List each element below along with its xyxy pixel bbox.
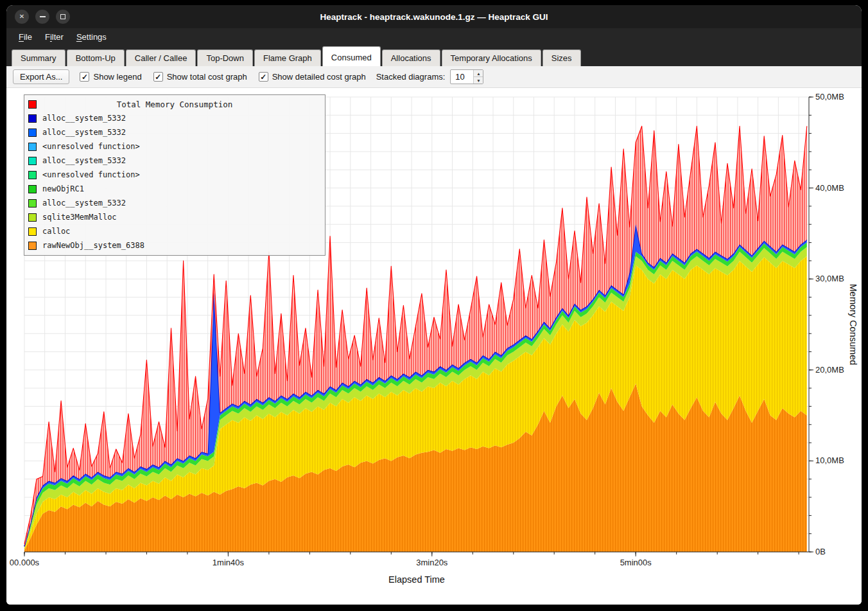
tab-temporary-allocations[interactable]: Temporary Allocations (442, 49, 541, 66)
app-window: ✕ Heaptrack - heaptrack.wakunode.1.gz — … (6, 5, 862, 605)
tab-sizes[interactable]: Sizes (542, 49, 581, 66)
checkbox-label: Show detailed cost graph (272, 72, 366, 82)
svg-text:50,0MB: 50,0MB (815, 92, 844, 102)
legend-item-label: <unresolved function> (42, 170, 140, 179)
legend-item-label: calloc (42, 227, 70, 236)
legend-swatch (28, 227, 37, 236)
toolbar: Export As... ✓Show legend✓Show total cos… (6, 66, 862, 88)
legend-item-label: alloc__system_5332 (42, 128, 126, 137)
svg-text:1min40s: 1min40s (213, 558, 245, 567)
maximize-button[interactable] (56, 10, 70, 24)
legend-item: alloc__system_5332 (24, 154, 325, 168)
legend-item: calloc (24, 224, 325, 238)
svg-text:30,0MB: 30,0MB (815, 274, 844, 283)
legend-item-label: alloc__system_5332 (42, 156, 126, 165)
legend-swatch (28, 213, 37, 222)
y-axis-title: Memory Consumed (848, 284, 858, 366)
svg-text:3min20s: 3min20s (416, 558, 448, 567)
checkbox-label: Show legend (93, 72, 141, 82)
x-axis-title: Elapsed Time (24, 574, 809, 585)
menu-settings[interactable]: Settings (71, 30, 112, 44)
close-button[interactable]: ✕ (15, 10, 29, 24)
chart-legend: Total Memory Consumptionalloc__system_53… (24, 94, 326, 256)
checkbox-label: Show total cost graph (167, 72, 247, 82)
tab-consumed[interactable]: Consumed (322, 46, 381, 66)
spin-up-icon[interactable]: ▲ (474, 70, 483, 77)
legend-item: <unresolved function> (24, 139, 325, 154)
legend-item: newObjRC1 (24, 182, 325, 196)
close-icon: ✕ (19, 13, 24, 20)
minimize-button[interactable] (35, 10, 49, 24)
toolbar-checkboxes: ✓Show legend✓Show total cost graph✓Show … (80, 72, 365, 82)
maximize-icon (60, 14, 65, 19)
legend-item: alloc__system_5332 (24, 125, 325, 139)
tab-bar: SummaryBottom-UpCaller / CalleeTop-DownF… (6, 46, 862, 66)
legend-item-label: alloc__system_5332 (42, 199, 126, 208)
title-bar: ✕ Heaptrack - heaptrack.wakunode.1.gz — … (6, 5, 862, 28)
stacked-diagrams-label: Stacked diagrams: (376, 72, 446, 82)
svg-text:20,0MB: 20,0MB (815, 365, 844, 375)
legend-swatch (28, 185, 37, 193)
svg-text:5min00s: 5min00s (620, 558, 652, 567)
window-controls: ✕ (15, 5, 70, 28)
checkmark-icon: ✓ (153, 72, 163, 82)
legend-swatch (28, 128, 37, 137)
minimize-icon (40, 16, 46, 17)
stacked-diagrams-spinner[interactable]: 10 ▲ ▼ (450, 69, 483, 84)
legend-item: alloc__system_5332 (24, 196, 325, 210)
legend-swatch (28, 157, 37, 165)
stacked-diagrams-value: 10 (451, 70, 473, 84)
window-title: Heaptrack - heaptrack.wakunode.1.gz — He… (6, 12, 862, 22)
checkbox-show-detailed-cost-graph[interactable]: ✓Show detailed cost graph (259, 72, 366, 82)
tab-summary[interactable]: Summary (12, 49, 65, 66)
spinner-buttons: ▲ ▼ (473, 70, 483, 84)
svg-text:00.000s: 00.000s (10, 558, 40, 567)
legend-swatch (28, 242, 37, 250)
legend-swatch (28, 114, 37, 123)
legend-swatch (28, 199, 37, 208)
checkbox-show-total-cost-graph[interactable]: ✓Show total cost graph (153, 72, 247, 82)
tab-bottom-up[interactable]: Bottom-Up (67, 49, 125, 66)
legend-item-label: <unresolved function> (42, 142, 140, 151)
tab-flame-graph[interactable]: Flame Graph (254, 49, 321, 66)
consumed-chart[interactable]: 00.000s1min40s3min20s5min00s0B10,0MB20,0… (6, 88, 862, 605)
legend-item-label: sqlite3MemMalloc (42, 213, 117, 222)
checkmark-icon: ✓ (259, 72, 268, 82)
legend-item: sqlite3MemMalloc (24, 210, 325, 224)
legend-title: Total Memory Consumption (24, 100, 325, 109)
export-as-button[interactable]: Export As... (13, 69, 69, 84)
legend-item: rawNewObj__system_6388 (24, 238, 325, 252)
svg-text:0B: 0B (815, 547, 826, 556)
tab-allocations[interactable]: Allocations (382, 49, 440, 66)
spin-down-icon[interactable]: ▼ (474, 77, 483, 84)
legend-item: alloc__system_5332 (24, 111, 325, 125)
legend-item-label: alloc__system_5332 (42, 114, 126, 123)
tab-caller-callee[interactable]: Caller / Callee (126, 49, 196, 66)
checkbox-show-legend[interactable]: ✓Show legend (80, 72, 141, 82)
svg-text:40,0MB: 40,0MB (815, 183, 844, 193)
menu-bar: FileFilterSettings (6, 28, 862, 46)
menu-filter[interactable]: Filter (39, 30, 69, 44)
checkmark-icon: ✓ (80, 72, 89, 82)
legend-item: <unresolved function> (24, 168, 325, 182)
legend-swatch (28, 143, 37, 151)
tab-top-down[interactable]: Top-Down (197, 49, 253, 66)
legend-item-label: rawNewObj__system_6388 (42, 241, 144, 250)
legend-swatch (28, 171, 37, 179)
legend-title-row: Total Memory Consumption (24, 97, 325, 111)
svg-text:10,0MB: 10,0MB (815, 456, 844, 465)
menu-file[interactable]: File (13, 30, 38, 44)
legend-item-label: newObjRC1 (42, 184, 84, 193)
